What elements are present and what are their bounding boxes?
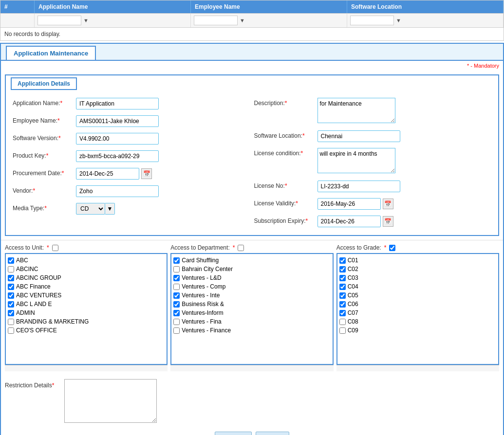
input-emp-name[interactable] — [76, 115, 159, 127]
access-panels: Access to Unit:* ABC ABCINC ABCINC GROUP… — [1, 240, 503, 375]
list-item: ABC — [8, 256, 165, 265]
unit-horiz-scroll — [5, 365, 168, 371]
submit-button[interactable]: Submit — [215, 432, 251, 435]
checkbox-branding[interactable] — [8, 319, 14, 325]
checkbox-ventures-inform[interactable] — [173, 310, 180, 316]
list-item: Business Risk & — [173, 300, 330, 308]
label-product-key: Product Key:* — [13, 150, 76, 159]
access-to-grade-all-checkbox[interactable] — [389, 245, 395, 251]
license-validity-calendar-btn[interactable]: 📅 — [383, 199, 393, 209]
grade-horiz-scroll-inner[interactable] — [336, 365, 499, 371]
mandatory-note: * - Mandatory — [1, 61, 503, 71]
checkbox-ventures-comp[interactable] — [173, 284, 180, 290]
checkbox-ceo-office[interactable] — [8, 327, 14, 334]
checkbox-bahrain-city[interactable] — [173, 266, 180, 272]
checkbox-ventures-finance[interactable] — [173, 327, 180, 334]
subscription-expiry-input-group: 📅 — [317, 216, 492, 227]
row-emp-name: Employee Name:* — [11, 112, 252, 130]
list-item: C01 — [339, 256, 496, 265]
checkbox-business-risk[interactable] — [173, 301, 180, 308]
filter-input-emp-name[interactable] — [194, 16, 238, 25]
input-media-type-wrap: CD DVD USB Online ▼ — [76, 203, 250, 215]
checkbox-abc[interactable] — [8, 257, 14, 264]
app-details-section: Application Details Application Name:* E… — [5, 74, 499, 236]
input-product-key[interactable] — [76, 150, 159, 162]
list-item: CEO'S OFFICE — [8, 326, 165, 335]
unit-horiz-scroll-inner[interactable] — [5, 365, 168, 371]
input-subscription-expiry[interactable] — [317, 216, 381, 227]
input-sw-location-wrap — [317, 130, 492, 142]
input-proc-date[interactable] — [76, 168, 139, 180]
input-sw-version-wrap — [76, 133, 250, 145]
row-license-condition: License condition:* will expire in 4 mon… — [252, 145, 494, 178]
proc-date-calendar-btn[interactable]: 📅 — [141, 168, 152, 179]
checkbox-admin[interactable] — [8, 310, 14, 316]
subscription-expiry-calendar-btn[interactable]: 📅 — [383, 216, 393, 227]
list-item: ABCINC — [8, 265, 165, 273]
checkbox-c03[interactable] — [339, 275, 346, 281]
access-to-unit-all-checkbox[interactable] — [52, 245, 58, 251]
label-emp-name: Employee Name:* — [13, 115, 76, 124]
checkbox-abc-l-and-e[interactable] — [8, 301, 14, 308]
restriction-textarea[interactable] — [64, 379, 157, 423]
filter-icon-app-name[interactable]: ▼ — [83, 18, 89, 23]
select-media-type[interactable]: CD DVD USB Online — [76, 203, 105, 215]
checkbox-c07[interactable] — [339, 310, 346, 316]
input-sw-location[interactable] — [317, 130, 400, 142]
textarea-license-condition[interactable]: will expire in 4 months — [317, 148, 395, 173]
checkbox-abc-ventures[interactable] — [8, 292, 14, 299]
input-vendor[interactable] — [76, 185, 159, 197]
checkbox-c05[interactable] — [339, 292, 346, 299]
main-grid: # Application Name Employee Name Softwar… — [0, 0, 504, 41]
no-records-text: No records to display. — [0, 27, 504, 40]
reset-button[interactable]: Reset — [256, 432, 289, 435]
proc-date-input-group: 📅 — [76, 168, 250, 180]
checkbox-ventures-inte[interactable] — [173, 292, 180, 299]
filter-input-sw-location[interactable] — [350, 16, 394, 25]
right-col: Description:* for Maintenance Software L… — [252, 95, 494, 230]
input-app-name[interactable] — [76, 98, 159, 109]
list-item: C04 — [339, 282, 496, 291]
input-product-key-wrap — [76, 150, 250, 162]
access-to-grade-header: Access to Grade:* — [336, 244, 499, 251]
row-sw-location: Software Location:* — [252, 127, 494, 145]
filter-icon-sw-location[interactable]: ▼ — [396, 18, 401, 23]
input-license-condition-wrap: will expire in 4 months — [317, 148, 492, 175]
access-to-dept-all-checkbox[interactable] — [238, 245, 244, 251]
access-to-dept-list: Card Shuffling Bahrain City Center Ventu… — [170, 253, 333, 365]
input-license-validity[interactable] — [317, 198, 381, 210]
checkbox-c09[interactable] — [339, 327, 346, 334]
label-media-type: Media Type:* — [13, 203, 76, 212]
list-item: Ventures - Fina — [173, 317, 330, 326]
input-license-no[interactable] — [317, 181, 400, 192]
row-license-validity: License Validity:* 📅 — [252, 195, 494, 213]
media-type-select-wrap: CD DVD USB Online ▼ — [76, 203, 250, 215]
checkbox-abcinc[interactable] — [8, 266, 14, 272]
restriction-section: Restriction Details* — [1, 375, 503, 427]
textarea-description[interactable]: for Maintenance — [317, 98, 395, 123]
checkbox-c01[interactable] — [339, 257, 346, 264]
checkbox-abc-finance[interactable] — [8, 284, 14, 290]
filter-icon-emp-name[interactable]: ▼ — [240, 18, 245, 23]
main-tab[interactable]: Application Maintenance — [6, 46, 96, 60]
access-to-unit-req: * — [47, 244, 49, 251]
checkbox-c04[interactable] — [339, 284, 346, 290]
dept-horiz-scroll-inner[interactable] — [170, 365, 333, 371]
list-item: C05 — [339, 291, 496, 300]
media-type-dropdown-arrow[interactable]: ▼ — [105, 203, 115, 215]
checkbox-c02[interactable] — [339, 266, 346, 272]
checkbox-ventures-ld[interactable] — [173, 275, 180, 281]
checkbox-ventures-fina[interactable] — [173, 319, 180, 325]
details-tab: Application Details — [11, 77, 77, 90]
checkbox-card-shuffling[interactable] — [173, 257, 180, 264]
access-to-dept-req: * — [233, 244, 235, 251]
checkbox-abcinc-group[interactable] — [8, 275, 14, 281]
input-proc-date-wrap: 📅 — [76, 168, 250, 180]
filter-input-app-name[interactable] — [37, 16, 81, 25]
list-item: C06 — [339, 300, 496, 308]
filter-cell-app-name: ▼ — [35, 14, 191, 27]
list-item: Ventures - Finance — [173, 326, 330, 335]
checkbox-c08[interactable] — [339, 319, 346, 325]
checkbox-c06[interactable] — [339, 301, 346, 308]
input-sw-version[interactable] — [76, 133, 159, 145]
